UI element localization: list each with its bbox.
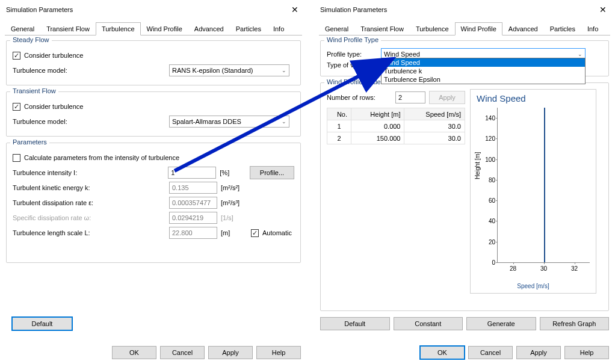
tab-advanced[interactable]: Advanced [502, 22, 544, 35]
ok-button[interactable]: OK [420, 346, 465, 359]
unit-label: [m²/s²] [217, 184, 247, 191]
param-label: Turbulent kinetic energy k: [13, 184, 169, 191]
chart-series-line [544, 108, 545, 262]
dialog-wind-profile: Simulation Parameters ✕ General Transien… [314, 0, 615, 364]
unit-label: [m] [217, 229, 247, 236]
label-num-rows: Number of rows: [327, 94, 395, 101]
close-icon[interactable]: ✕ [288, 4, 302, 16]
tabs-right: General Transient Flow Turbulence Wind P… [319, 22, 610, 35]
refresh-graph-button[interactable]: Refresh Graph [540, 317, 610, 330]
tab-turbulence[interactable]: Turbulence [96, 22, 141, 35]
tab-info[interactable]: Info [581, 22, 604, 35]
tab-wind-profile[interactable]: Wind Profile [141, 22, 188, 35]
unit-label: [1/s] [217, 214, 247, 221]
y-tick: 0 [480, 259, 495, 266]
y-tick: 140 [480, 115, 495, 122]
group-title: Wind Profile Values [324, 78, 386, 85]
select-value: Spalart-Allmaras DDES [172, 118, 241, 125]
tabs-left: General Transient Flow Turbulence Wind P… [5, 22, 302, 35]
tab-transient-flow[interactable]: Transient Flow [354, 22, 410, 35]
dropdown-option[interactable]: Turbulence k [382, 67, 585, 75]
cancel-button[interactable]: Cancel [160, 346, 205, 359]
dialog-title: Simulation Parameters [320, 6, 596, 13]
checkbox-consider-steady[interactable] [13, 52, 20, 60]
x-tick: 32 [571, 265, 578, 272]
group-parameters: Parameters Calculate parameters from the… [6, 143, 301, 263]
constant-button[interactable]: Constant [394, 317, 463, 330]
table-header: Height [m] [351, 108, 404, 120]
cancel-button[interactable]: Cancel [468, 346, 513, 359]
tab-particles[interactable]: Particles [230, 22, 267, 35]
param-input [169, 182, 217, 194]
label-profile-type: Profile type: [327, 51, 381, 58]
label-consider-transient: Consider turbulence [24, 103, 83, 110]
tab-advanced[interactable]: Advanced [188, 22, 230, 35]
tab-info[interactable]: Info [267, 22, 290, 35]
param-input [169, 227, 217, 239]
unit-label: [%] [216, 169, 246, 176]
y-tick: 80 [480, 176, 495, 183]
param-label: Turbulence intensity I: [13, 169, 168, 176]
x-tick: 30 [540, 265, 547, 272]
group-title: Steady Flow [10, 36, 52, 43]
generate-button[interactable]: Generate [466, 317, 536, 330]
dropdown-profile-type[interactable]: Wind SpeedTurbulence kTurbulence Epsilon [381, 58, 586, 84]
help-button[interactable]: Help [564, 346, 609, 359]
action-buttons: Default Constant Generate Refresh Graph [320, 317, 609, 330]
label-steady-model: Turbulence model: [13, 67, 169, 74]
tab-general[interactable]: General [5, 22, 40, 35]
apply-button[interactable]: Apply [516, 346, 561, 359]
chevron-down-icon: ⌄ [282, 119, 286, 125]
apply-button[interactable]: Apply [208, 346, 253, 359]
default-button[interactable]: Default [12, 317, 72, 330]
titlebar-left: Simulation Parameters ✕ [0, 0, 307, 18]
default-button[interactable]: Default [320, 317, 390, 330]
dialog-buttons-right: OK Cancel Apply Help [420, 346, 609, 359]
titlebar-right: Simulation Parameters ✕ [314, 0, 615, 18]
y-tick: 40 [480, 218, 495, 224]
profile-values-table[interactable]: No.Height [m]Speed [m/s] 10.00030.02150.… [327, 108, 465, 144]
select-steady-model[interactable]: RANS K-epsilon (Standard) ⌄ [169, 64, 289, 76]
help-button[interactable]: Help [256, 346, 301, 359]
param-label: Turbulent dissipation rate ε: [13, 199, 169, 206]
table-row[interactable]: 2150.00030.0 [327, 132, 465, 144]
input-num-rows[interactable] [395, 91, 425, 103]
group-title: Parameters [10, 138, 49, 146]
group-wind-profile-values: Wind Profile Values Number of rows: Appl… [320, 82, 609, 311]
group-wind-profile-type: Wind Profile Type Profile type: Wind Spe… [320, 40, 609, 76]
unit-label: [m²/s³] [217, 199, 247, 206]
select-value: RANS K-epsilon (Standard) [172, 67, 253, 74]
checkbox-automatic[interactable] [251, 229, 259, 237]
close-icon[interactable]: ✕ [596, 4, 610, 16]
tab-particles[interactable]: Particles [544, 22, 581, 35]
checkbox-consider-transient[interactable] [13, 103, 20, 111]
label-transient-model: Turbulence model: [13, 118, 169, 125]
label-automatic: Automatic [262, 229, 292, 236]
dialog-buttons-left: OK Cancel Apply Help [112, 346, 301, 359]
dropdown-option[interactable]: Turbulence Epsilon [382, 75, 585, 84]
apply-rows-button[interactable]: Apply [429, 91, 465, 104]
checkbox-calc-from-intensity[interactable] [13, 154, 20, 162]
chart-title: Wind Speed [473, 92, 593, 107]
profile-button[interactable]: Profile... [250, 166, 294, 179]
ok-button[interactable]: OK [112, 346, 156, 359]
y-axis-label: Height [m] [474, 152, 481, 179]
select-transient-model[interactable]: Spalart-Allmaras DDES ⌄ [169, 116, 289, 128]
group-transient-flow: Transient Flow Consider turbulence Turbu… [6, 91, 301, 137]
x-axis-label: Speed [m/s] [471, 283, 596, 289]
select-value: Wind Speed [384, 51, 420, 58]
tab-wind-profile[interactable]: Wind Profile [455, 22, 502, 35]
label-calc-from-intensity: Calculate parameters from the intensity … [24, 154, 179, 161]
table-row[interactable]: 10.00030.0 [327, 120, 465, 132]
table-header: No. [327, 108, 351, 120]
tab-turbulence[interactable]: Turbulence [410, 22, 455, 35]
param-input[interactable] [168, 167, 216, 179]
chevron-down-icon: ⌄ [282, 67, 286, 73]
group-title: Transient Flow [10, 87, 58, 94]
param-input [169, 197, 217, 209]
table-header: Speed [m/s] [404, 108, 465, 120]
tab-general[interactable]: General [319, 22, 354, 35]
param-label: Specific dissipation rate ω: [13, 214, 169, 221]
tab-transient-flow[interactable]: Transient Flow [40, 22, 96, 35]
dropdown-option[interactable]: Wind Speed [382, 58, 585, 67]
